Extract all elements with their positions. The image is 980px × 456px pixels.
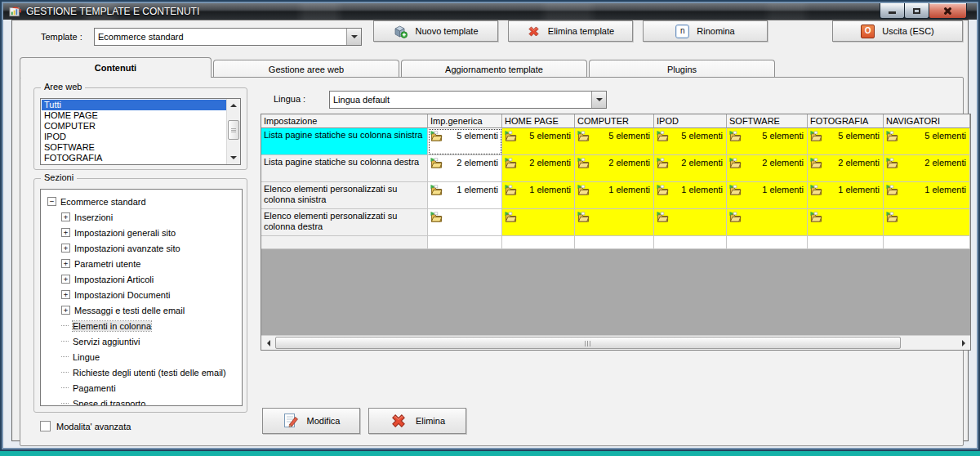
tab-plugins[interactable]: Plugins bbox=[589, 60, 775, 78]
grid-cell[interactable] bbox=[428, 209, 502, 236]
grid-empty-cell[interactable] bbox=[884, 236, 970, 249]
grid-column-header[interactable]: Impostazione bbox=[261, 114, 428, 128]
scroll-up-button[interactable] bbox=[228, 100, 239, 111]
tree-item[interactable]: Servizi aggiuntivi bbox=[41, 333, 242, 349]
grid-cell[interactable] bbox=[502, 209, 575, 236]
grid-empty-cell[interactable] bbox=[808, 236, 884, 249]
grid-cell[interactable]: 2 elementi bbox=[428, 155, 502, 182]
tab-contenuti[interactable]: Contenuti bbox=[20, 57, 212, 78]
grid-cell[interactable]: 5 elementi bbox=[808, 128, 884, 155]
tree-item[interactable]: +Impostazioni avanzate sito bbox=[41, 240, 242, 256]
grid-empty-cell[interactable] bbox=[502, 236, 575, 249]
grid-cell[interactable]: 2 elementi bbox=[575, 155, 654, 182]
delete-template-button[interactable]: Elimina template bbox=[508, 20, 633, 42]
minimize-button[interactable] bbox=[880, 3, 905, 19]
grid-horizontal-scrollbar[interactable] bbox=[261, 335, 970, 350]
tree-item[interactable]: +Parametri utente bbox=[41, 256, 242, 271]
lingua-combobox[interactable]: Lingua default bbox=[329, 91, 607, 109]
rename-button[interactable]: n Rinomina bbox=[643, 20, 768, 42]
tab-gestione-aree-web[interactable]: Gestione aree web bbox=[213, 60, 399, 78]
grid-cell[interactable]: 5 elementi bbox=[884, 128, 970, 155]
grid-cell[interactable]: 5 elementi bbox=[727, 128, 808, 155]
grid-cell[interactable]: 5 elementi bbox=[654, 128, 727, 155]
grid-column-header[interactable]: NAVIGATORI bbox=[884, 114, 970, 128]
expand-icon[interactable]: + bbox=[61, 290, 70, 299]
lingua-combobox-dropdown-button[interactable] bbox=[591, 92, 606, 108]
hscrollbar-thumb[interactable] bbox=[275, 337, 901, 349]
grid-cell[interactable]: 1 elementi bbox=[884, 182, 970, 209]
grid-cell-impostazione[interactable]: Elenco elementi personalizzati su colonn… bbox=[261, 182, 428, 209]
grid-cell[interactable]: 2 elementi bbox=[654, 155, 727, 182]
titlebar[interactable]: GESTIONE TEMPLATE E CONTENUTI bbox=[3, 3, 977, 20]
grid-empty-cell[interactable] bbox=[654, 236, 727, 249]
advanced-mode-checkbox[interactable] bbox=[40, 421, 51, 431]
exit-button[interactable]: O Uscita (ESC) bbox=[832, 20, 963, 42]
aree-web-listbox[interactable]: TuttiHOME PAGECOMPUTERIPODSOFTWAREFOTOGR… bbox=[40, 98, 241, 165]
tree-item[interactable]: Richieste degli utenti (testi delle emai… bbox=[41, 364, 242, 380]
grid-cell[interactable]: 1 elementi bbox=[428, 182, 502, 209]
tree-item[interactable]: +Impostazioni generali sito bbox=[41, 225, 242, 240]
grid-empty-cell[interactable] bbox=[575, 236, 654, 249]
grid-cell[interactable]: 1 elementi bbox=[727, 182, 808, 209]
expand-icon[interactable]: + bbox=[61, 259, 70, 268]
grid-column-header[interactable]: IPOD bbox=[654, 114, 727, 128]
grid-cell[interactable] bbox=[808, 209, 884, 236]
grid-cell[interactable]: 5 elementi bbox=[428, 128, 502, 155]
tree-item[interactable]: Elementi in colonna bbox=[41, 318, 242, 333]
grid-cell-impostazione[interactable]: Lista pagine statiche su colonna destra bbox=[261, 155, 428, 182]
listbox-item[interactable]: IPOD bbox=[42, 132, 226, 142]
grid-cell[interactable]: 2 elementi bbox=[884, 155, 970, 182]
grid-column-header[interactable]: COMPUTER bbox=[575, 114, 654, 128]
grid-cell[interactable]: 1 elementi bbox=[654, 182, 727, 209]
tree-item[interactable]: −Ecommerce standard bbox=[41, 194, 242, 209]
scroll-left-button[interactable] bbox=[262, 337, 274, 349]
grid-cell-impostazione[interactable]: Lista pagine statiche su colonna sinistr… bbox=[261, 128, 428, 155]
tree-item[interactable]: Lingue bbox=[41, 349, 242, 364]
grid-cell[interactable]: 2 elementi bbox=[502, 155, 575, 182]
grid-cell[interactable] bbox=[654, 209, 727, 236]
grid-cell[interactable] bbox=[884, 209, 970, 236]
tree-item[interactable]: Spese di trasporto bbox=[41, 396, 242, 406]
listbox-item[interactable]: HOME PAGE bbox=[42, 110, 226, 121]
listbox-item[interactable]: FOTOGRAFIA bbox=[42, 153, 226, 163]
grid-cell[interactable]: 1 elementi bbox=[575, 182, 654, 209]
sezioni-tree[interactable]: −Ecommerce standard+Inserzioni+Impostazi… bbox=[40, 189, 243, 406]
tree-item[interactable]: +Inserzioni bbox=[41, 209, 242, 225]
tree-item[interactable]: +Impostazioni Documenti bbox=[41, 287, 242, 302]
grid-cell[interactable] bbox=[575, 209, 654, 236]
listbox-item[interactable]: Tutti bbox=[42, 100, 226, 110]
expand-icon[interactable]: + bbox=[61, 275, 70, 284]
grid-column-header[interactable]: Imp.generica bbox=[428, 114, 502, 128]
template-combobox-dropdown-button[interactable] bbox=[346, 29, 361, 45]
grid-cell[interactable] bbox=[727, 209, 808, 236]
grid-empty-cell[interactable] bbox=[428, 236, 502, 249]
grid-cell[interactable]: 2 elementi bbox=[727, 155, 808, 182]
new-template-button[interactable]: Nuovo template bbox=[373, 20, 498, 42]
grid-cell[interactable]: 5 elementi bbox=[502, 128, 575, 155]
tree-item[interactable]: +Messaggi e testi delle email bbox=[41, 302, 242, 318]
expand-icon[interactable]: + bbox=[61, 306, 70, 315]
template-combobox[interactable]: Ecommerce standard bbox=[94, 28, 362, 46]
aree-web-scrollbar[interactable] bbox=[226, 99, 240, 164]
grid-cell-impostazione[interactable]: Elenco elementi personalizzati su colonn… bbox=[261, 209, 428, 236]
grid-cell[interactable]: 1 elementi bbox=[808, 182, 884, 209]
close-button[interactable] bbox=[929, 3, 967, 19]
scroll-down-button[interactable] bbox=[228, 152, 239, 163]
tree-item[interactable]: Pagamenti bbox=[41, 380, 242, 396]
grid-empty-cell[interactable] bbox=[261, 236, 428, 249]
maximize-button[interactable] bbox=[904, 3, 929, 19]
grid-cell[interactable]: 2 elementi bbox=[808, 155, 884, 182]
grid-column-header[interactable]: SOFTWARE bbox=[727, 114, 808, 128]
grid-empty-cell[interactable] bbox=[727, 236, 808, 249]
listbox-item[interactable]: SOFTWARE bbox=[42, 142, 226, 153]
tree-item[interactable]: +Impostazioni Articoli bbox=[41, 271, 242, 287]
grid-column-header[interactable]: FOTOGRAFIA bbox=[808, 114, 884, 128]
grid-cell[interactable]: 5 elementi bbox=[575, 128, 654, 155]
grid-column-header[interactable]: HOME PAGE bbox=[502, 114, 575, 128]
scrollbar-thumb[interactable] bbox=[228, 120, 239, 140]
expand-icon[interactable]: + bbox=[61, 228, 70, 237]
grid-cell[interactable]: 1 elementi bbox=[502, 182, 575, 209]
edit-button[interactable]: Modifica bbox=[262, 408, 360, 434]
expand-icon[interactable]: + bbox=[61, 212, 70, 221]
listbox-item[interactable]: COMPUTER bbox=[42, 121, 226, 132]
